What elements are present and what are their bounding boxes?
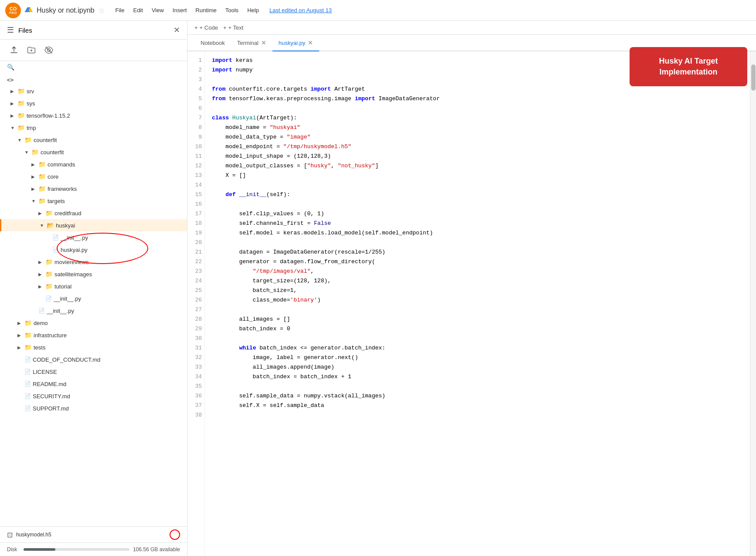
tab-huskyai-py-label: huskyai.py <box>279 40 305 46</box>
chevron-down-icon: ▼ <box>40 223 47 228</box>
tree-item-targets[interactable]: ▼ 📁 targets <box>0 195 187 207</box>
add-code-label: + Code <box>200 24 218 31</box>
tree-item-tutorial[interactable]: ▶ 📁 tutorial <box>0 280 187 292</box>
tree-item-huskyai-py[interactable]: 📄 huskyai.py <box>0 244 187 256</box>
tree-item-demo[interactable]: ▶ 📁 demo <box>0 317 187 329</box>
scrollbar-thumb[interactable] <box>751 64 756 91</box>
folder-icon: 📁 <box>24 319 32 326</box>
vertical-scrollbar[interactable] <box>750 51 756 556</box>
folder-icon: 📁 <box>17 112 25 119</box>
folder-icon: 📁 <box>17 88 25 95</box>
tree-item-label: huskyai <box>56 222 75 229</box>
folder-icon: 📁 <box>45 283 53 290</box>
tab-notebook-label: Notebook <box>201 40 225 46</box>
code-content[interactable]: import keras import numpy from counterfi… <box>205 51 750 556</box>
tree-item-tests[interactable]: ▶ 📁 tests <box>0 341 187 353</box>
topbar: CO PRO Husky or not.ipynb ☆ File Edit Vi… <box>0 0 756 21</box>
folder-open-icon: 📂 <box>47 222 54 229</box>
huskymodel-label: huskymodel.h5 <box>16 532 166 538</box>
tree-item-srv[interactable]: ▶ 📁 srv <box>0 85 187 97</box>
plus-text-icon: + <box>223 24 227 31</box>
filename[interactable]: Husky or not.ipynb <box>37 7 95 14</box>
tree-item-label: tutorial <box>54 283 72 290</box>
search-icon: 🔍 <box>7 64 14 71</box>
sidebar-icons-row: <> <box>0 75 187 85</box>
menu-runtime[interactable]: Runtime <box>192 5 220 15</box>
menu-insert[interactable]: Insert <box>169 5 191 15</box>
chevron-down-icon: ▼ <box>17 138 24 142</box>
menu-tools[interactable]: Tools <box>222 5 242 15</box>
tree-item-support[interactable]: 📄 SUPPORT.md <box>0 402 187 414</box>
tree-item-security[interactable]: 📄 SECURITY.md <box>0 390 187 402</box>
tree-item-init-counterfit[interactable]: 📄 __init__.py <box>0 292 187 305</box>
code-scroll-area: 1234567891011121314151617181920212223242… <box>187 51 756 556</box>
menu-edit[interactable]: Edit <box>129 5 146 15</box>
disk-available: 106.56 GB available <box>133 546 180 553</box>
close-huskyai-tab-button[interactable]: ✕ <box>308 39 313 46</box>
svg-rect-3 <box>11 52 17 53</box>
tree-item-tensorflow[interactable]: ▶ 📁 tensorflow-1.15.2 <box>0 109 187 122</box>
annotation-text: Husky AI Target Implementation <box>659 57 718 76</box>
new-folder-button[interactable] <box>24 43 38 57</box>
tree-item-huskyai[interactable]: ▼ 📂 huskyai <box>0 219 187 231</box>
add-code-button[interactable]: + + Code <box>194 24 218 31</box>
tree-item-license[interactable]: 📄 LICENSE <box>0 366 187 378</box>
menu-file[interactable]: File <box>112 5 128 15</box>
chevron-right-icon: ▶ <box>17 345 24 350</box>
tree-item-label: tmp <box>27 125 36 131</box>
tree-item-label: tests <box>34 344 45 351</box>
sidebar-hamburger-icon[interactable]: ☰ <box>7 25 14 35</box>
tree-item-label: sys <box>27 100 35 107</box>
tree-item-init-inner[interactable]: 📄 __init__.py <box>0 231 187 244</box>
code-view-icon[interactable]: <> <box>7 77 14 83</box>
tree-item-counterfit-inner[interactable]: ▼ 📁 counterfit <box>0 146 187 158</box>
tab-notebook[interactable]: Notebook <box>194 35 231 51</box>
menu-view[interactable]: View <box>148 5 167 15</box>
tree-item-satelliteimages[interactable]: ▶ 📁 satelliteimages <box>0 268 187 280</box>
tree-item-init-counterfit2[interactable]: 📄 __init__.py <box>0 305 187 317</box>
tree-item-label: satelliteimages <box>54 271 92 278</box>
tree-item-tmp[interactable]: ▼ 📁 tmp <box>0 122 187 134</box>
toggle-hidden-button[interactable] <box>42 43 56 57</box>
tab-huskyai-py[interactable]: huskyai.py ✕ <box>272 35 319 51</box>
file-icon: 📄 <box>24 381 31 387</box>
folder-icon: 📁 <box>45 210 53 217</box>
tab-terminal[interactable]: Terminal ✕ <box>231 35 272 51</box>
editor-area: + + Code + + Text Notebook Terminal ✕ hu… <box>187 21 756 556</box>
add-text-button[interactable]: + + Text <box>223 24 243 31</box>
folder-icon: 📁 <box>38 173 46 180</box>
tree-item-label: creditfraud <box>54 210 81 217</box>
file-icon: 📄 <box>24 405 31 411</box>
terminal-icon[interactable]: ⊡ <box>7 531 13 539</box>
tree-item-label: tensorflow-1.15.2 <box>27 112 70 119</box>
tree-item-readme[interactable]: 📄 README.md <box>0 378 187 390</box>
tree-item-label: CODE_OF_CONDUCT.md <box>33 356 100 363</box>
chevron-right-icon: ▶ <box>38 260 45 264</box>
star-icon[interactable]: ☆ <box>98 6 105 15</box>
tree-item-counterfit-outer[interactable]: ▼ 📁 counterfit <box>0 134 187 146</box>
folder-icon: 📁 <box>31 149 39 156</box>
tree-item-sys[interactable]: ▶ 📁 sys <box>0 97 187 109</box>
tree-item-infrastructure[interactable]: ▶ 📁 infrastructure <box>0 329 187 341</box>
chevron-down-icon: ▼ <box>31 199 38 203</box>
menu-bar: File Edit View Insert Runtime Tools Help <box>112 5 262 15</box>
tree-item-creditfraud[interactable]: ▶ 📁 creditfraud <box>0 207 187 219</box>
tree-item-frameworks[interactable]: ▶ 📁 frameworks <box>0 183 187 195</box>
menu-help[interactable]: Help <box>244 5 262 15</box>
tree-item-code-of-conduct[interactable]: 📄 CODE_OF_CONDUCT.md <box>0 353 187 366</box>
upload-file-button[interactable] <box>7 43 21 57</box>
chevron-right-icon: ▶ <box>10 113 17 118</box>
file-tree: <> ▶ 📁 srv ▶ 📁 sys ▶ 📁 tensorflow-1.15.2… <box>0 73 187 526</box>
disk-row: Disk 106.56 GB available <box>7 546 180 553</box>
close-terminal-tab-button[interactable]: ✕ <box>261 39 266 46</box>
chevron-down-icon: ▼ <box>10 125 17 130</box>
chevron-down-icon: ▼ <box>24 150 31 155</box>
folder-icon: 📁 <box>17 100 25 107</box>
sidebar-close-button[interactable]: ✕ <box>174 25 180 35</box>
chevron-right-icon: ▶ <box>17 321 24 325</box>
last-edited[interactable]: Last edited on August 13 <box>269 7 332 14</box>
tree-item-core[interactable]: ▶ 📁 core <box>0 170 187 183</box>
tree-item-moviereviews[interactable]: ▶ 📁 moviereviews <box>0 256 187 268</box>
tree-item-commands[interactable]: ▶ 📁 commands <box>0 158 187 170</box>
sidebar-terminal-row: ⊡ huskymodel.h5 <box>0 526 187 542</box>
